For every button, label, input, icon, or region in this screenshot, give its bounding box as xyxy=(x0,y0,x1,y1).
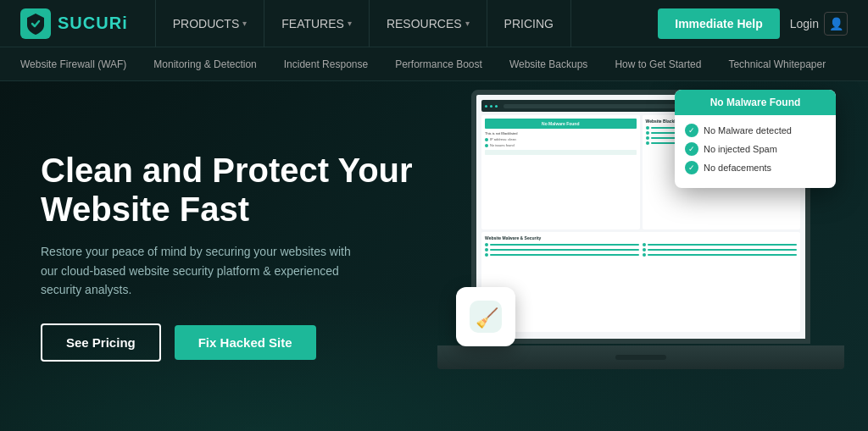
hero-left: Clean and Protect Your Website Fast Rest… xyxy=(41,151,431,361)
logo-text: SUCURi xyxy=(58,14,128,33)
hero-section: Clean and Protect Your Website Fast Rest… xyxy=(0,81,868,431)
sucuri-logo-icon xyxy=(20,8,51,39)
see-pricing-button[interactable]: See Pricing xyxy=(41,323,161,362)
sub-nav-item-monitoring[interactable]: Monitoring & Detection xyxy=(153,58,256,70)
malware-card-header: No Malware Found xyxy=(675,90,836,115)
screen-dot-3 xyxy=(495,105,498,108)
hero-buttons: See Pricing Fix Hacked Site xyxy=(41,323,431,362)
chevron-down-icon: ▾ xyxy=(242,19,247,28)
sub-nav-item-waf[interactable]: Website Firewall (WAF) xyxy=(20,58,126,70)
chevron-down-icon: ▾ xyxy=(348,19,352,28)
chevron-down-icon: ▾ xyxy=(465,19,470,28)
fix-hacked-site-button[interactable]: Fix Hacked Site xyxy=(175,325,316,360)
malware-item-1: ✓ No Malware detected xyxy=(685,124,826,137)
svg-text:🧹: 🧹 xyxy=(476,307,499,329)
broom-icon: 🧹 xyxy=(470,301,502,333)
hero-right: No Malware Found This is not Blacklisted… xyxy=(431,81,827,431)
check-icon-1: ✓ xyxy=(685,124,698,137)
logo[interactable]: SUCURi xyxy=(20,8,128,39)
malware-card: No Malware Found ✓ No Malware detected ✓… xyxy=(675,90,836,188)
check-icon-3: ✓ xyxy=(685,161,698,174)
nav-links: PRODUCTS ▾ FEATURES ▾ RESOURCES ▾ PRICIN… xyxy=(155,0,659,47)
sub-nav-item-getstarted[interactable]: How to Get Started xyxy=(615,58,701,70)
nav-products[interactable]: PRODUCTS ▾ xyxy=(155,0,265,47)
nav-resources[interactable]: RESOURCES ▾ xyxy=(370,0,487,47)
screen-dot-1 xyxy=(485,105,487,108)
immediate-help-button[interactable]: Immediate Help xyxy=(658,8,779,39)
nav-features[interactable]: FEATURES ▾ xyxy=(264,0,370,47)
check-icon-2: ✓ xyxy=(685,142,698,156)
sub-nav-item-backups[interactable]: Website Backups xyxy=(509,58,588,70)
screen-dot-2 xyxy=(490,105,492,108)
laptop-base xyxy=(437,345,844,369)
screen-panel-malware: No Malware Found This is not Blacklisted… xyxy=(481,115,640,229)
malware-card-body: ✓ No Malware detected ✓ No injected Spam… xyxy=(675,115,836,188)
sub-nav-item-incident[interactable]: Incident Response xyxy=(284,58,368,70)
login-button[interactable]: Login 👤 xyxy=(790,12,848,36)
screen-panel-bottom: Website Malware & Security xyxy=(481,232,800,333)
malware-item-2: ✓ No injected Spam xyxy=(685,142,826,156)
sub-nav-item-performance[interactable]: Performance Boost xyxy=(395,58,482,70)
navbar: SUCURi PRODUCTS ▾ FEATURES ▾ RESOURCES ▾… xyxy=(0,0,868,47)
sub-nav-item-whitepaper[interactable]: Technical Whitepaper xyxy=(728,58,826,70)
nav-right: Immediate Help Login 👤 xyxy=(658,8,848,39)
user-icon: 👤 xyxy=(824,12,848,36)
sub-nav: Website Firewall (WAF) Monitoring & Dete… xyxy=(0,47,868,81)
broom-card: 🧹 xyxy=(456,287,515,346)
hero-subtitle: Restore your peace of mind by securing y… xyxy=(41,242,363,299)
nav-pricing[interactable]: PRICING xyxy=(487,0,571,47)
malware-item-3: ✓ No defacements xyxy=(685,161,826,174)
hero-title: Clean and Protect Your Website Fast xyxy=(41,151,431,229)
